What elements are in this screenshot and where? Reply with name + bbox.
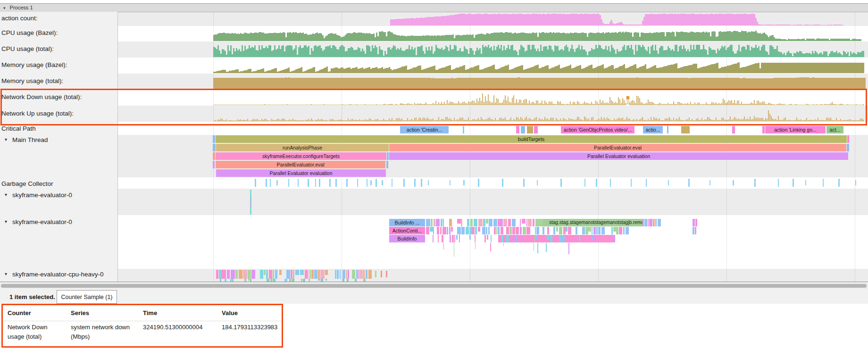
sidebar-track-label[interactable]: action count: xyxy=(0,15,117,22)
horizontal-scrollbar[interactable] xyxy=(0,282,868,289)
track-label-text: action count: xyxy=(1,15,38,22)
trace-slice[interactable] xyxy=(516,126,519,133)
trace-slice[interactable] xyxy=(463,126,464,133)
trace-slice[interactable] xyxy=(847,135,849,143)
track-label-text: skyframe-evaluator-0 xyxy=(12,218,72,225)
selection-status: 1 item selected. xyxy=(9,293,55,300)
trace-slice[interactable]: ActionConti... xyxy=(389,227,425,234)
sidebar-track-label[interactable]: CPU usage (Bazel): xyxy=(0,29,117,36)
track-label-text: CPU usage (total): xyxy=(1,45,54,52)
track-label-text: Garbage Collector xyxy=(1,180,53,187)
col-header-series[interactable]: Series xyxy=(71,309,89,317)
scrollbar-thumb[interactable] xyxy=(1,284,867,288)
timeline-ruler[interactable] xyxy=(0,0,868,4)
col-header-counter[interactable]: Counter xyxy=(8,309,31,317)
trace-slice[interactable] xyxy=(213,152,215,160)
track-label-text: Network Down usage (total): xyxy=(1,93,82,100)
trace-slice[interactable] xyxy=(213,135,215,143)
collapse-arrow-icon[interactable]: ▾ xyxy=(5,219,7,224)
sidebar-track-label[interactable]: Network Up usage (total): xyxy=(0,110,117,117)
track-label-text: Memory usage (total): xyxy=(1,77,63,84)
trace-slice[interactable]: actio... xyxy=(643,126,663,133)
trace-slice[interactable]: action 'Creatin... xyxy=(400,126,449,133)
trace-slice[interactable]: skyframeExecutor.configureTargets xyxy=(216,152,386,160)
track-label-text: Network Up usage (total): xyxy=(1,110,74,117)
track-label-text: Memory usage (Bazel): xyxy=(1,61,67,68)
cell-time: 324190.51300000004 xyxy=(143,323,218,332)
process-title: Process 1 xyxy=(10,5,33,10)
cell-value: 184.1793113323983 xyxy=(222,323,283,332)
trace-slice[interactable] xyxy=(534,126,538,133)
selection-marker-icon xyxy=(626,96,629,99)
trace-slice[interactable]: runAnalysisPhase xyxy=(216,144,389,151)
collapse-arrow-icon[interactable]: ▾ xyxy=(3,6,6,10)
trace-slice[interactable] xyxy=(521,126,525,133)
sidebar-track-label[interactable]: CPU usage (total): xyxy=(0,45,117,52)
trace-slice[interactable]: action 'GenObjcProtos video/... xyxy=(561,126,634,133)
trace-slice[interactable] xyxy=(667,126,668,133)
sidebar-track-label[interactable]: ▾Main Thread xyxy=(0,136,117,143)
counter-sample-table: Counter Series Time Value Network Down u… xyxy=(0,304,868,350)
sidebar-track-label[interactable]: Memory usage (total): xyxy=(0,77,117,84)
sidebar-track-label[interactable]: ▾skyframe-evaluator-0 xyxy=(0,192,117,199)
collapse-arrow-icon[interactable]: ▾ xyxy=(5,192,7,197)
trace-slice[interactable]: action 'Linking go... xyxy=(765,126,826,133)
trace-slice[interactable] xyxy=(681,126,690,133)
selected-counter-sample[interactable] xyxy=(626,98,629,106)
collapse-arrow-icon[interactable]: ▾ xyxy=(5,271,7,276)
trace-slice[interactable]: buildTargets xyxy=(216,135,847,143)
trace-slice[interactable]: ParallelEvaluator.eval xyxy=(389,144,846,151)
trace-slice[interactable]: ParallelEvaluator.eval xyxy=(216,161,385,168)
trace-slice[interactable] xyxy=(732,126,735,133)
track-sidebar: action count:CPU usage (Bazel):CPU usage… xyxy=(0,12,118,282)
cell-counter: Network Down usage (total) xyxy=(8,323,63,342)
trace-viewer: ▾ Process 1 action count:CPU usage (Baze… xyxy=(0,0,868,350)
details-panel: 1 item selected. Counter Sample (1) Coun… xyxy=(0,289,868,350)
sidebar-track-label[interactable]: ▾skyframe-evaluator-cpu-heavy-0 xyxy=(0,271,117,278)
slice-label-fragment: stagemanotstagemanotstagjb.remot... xyxy=(570,219,643,226)
sidebar-track-label[interactable]: Memory usage (Bazel): xyxy=(0,61,117,68)
track-label-text: skyframe-evaluator-cpu-heavy-0 xyxy=(12,271,104,278)
collapse-arrow-icon[interactable]: ▾ xyxy=(5,137,7,142)
track-label-text: Main Thread xyxy=(12,136,48,143)
track-label-text: skyframe-evaluator-0 xyxy=(12,192,72,199)
tab-label: Counter Sample (1) xyxy=(61,294,112,300)
trace-slice[interactable]: BuildInfo xyxy=(389,235,425,242)
sidebar-track-label[interactable]: ▾skyframe-evaluator-0 xyxy=(0,218,117,225)
track-label-text: Critical Path xyxy=(1,125,36,132)
cell-series: system network down (Mbps) xyxy=(71,323,139,342)
col-header-time[interactable]: Time xyxy=(143,309,157,317)
trace-slice[interactable]: stag.stag...stagemanotstagemanotstagjb.r… xyxy=(542,219,643,226)
table-header-divider xyxy=(3,321,282,321)
trace-slice[interactable]: Parallel Evaluator evaluation xyxy=(389,152,848,160)
trace-slice[interactable] xyxy=(387,152,389,160)
trace-slice[interactable] xyxy=(762,126,765,133)
sidebar-track-label[interactable]: Garbage Collector xyxy=(0,180,117,187)
trace-slice[interactable]: BuildInfo ... xyxy=(389,219,425,226)
trace-slice[interactable]: act... xyxy=(826,126,843,133)
tab-counter-sample[interactable]: Counter Sample (1) xyxy=(57,290,117,304)
trace-slice[interactable] xyxy=(847,144,849,151)
trace-slice[interactable] xyxy=(213,161,215,168)
slice-label-fragment: stag.stag... xyxy=(549,219,572,226)
track-label-text: CPU usage (Bazel): xyxy=(1,29,58,36)
trace-slice[interactable] xyxy=(527,126,533,133)
process-header[interactable]: ▾ Process 1 xyxy=(0,4,868,12)
col-header-value[interactable]: Value xyxy=(222,309,238,317)
trace-slice[interactable] xyxy=(386,161,388,168)
sidebar-track-label[interactable]: Critical Path xyxy=(0,125,117,132)
sidebar-track-label[interactable]: Network Down usage (total): xyxy=(0,93,117,100)
trace-slice[interactable] xyxy=(213,144,216,151)
trace-slice[interactable]: Parallel Evaluator evaluation xyxy=(216,169,386,177)
